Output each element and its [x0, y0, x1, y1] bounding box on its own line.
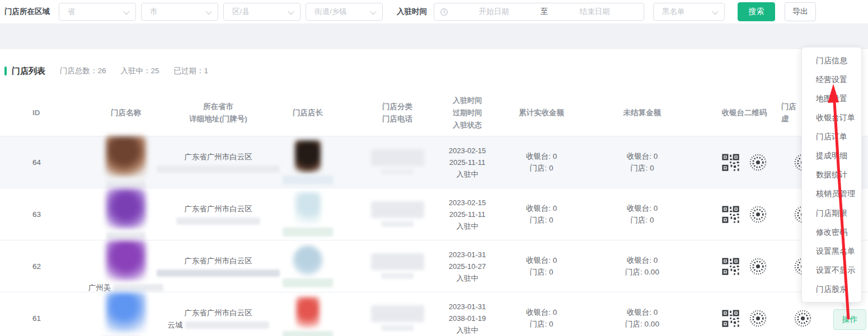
col-id: ID	[0, 107, 73, 119]
blurred-category	[371, 149, 424, 166]
col-dates-status: 入驻时间过期时间入驻状态	[437, 94, 498, 131]
blurred-leader-name	[283, 176, 333, 184]
address-fragment: 云城	[168, 319, 183, 331]
city-select[interactable]: 市	[141, 3, 218, 21]
menu-item-business-settings[interactable]: 经营设置	[802, 74, 861, 85]
enroll-time-label: 入驻时间	[397, 7, 427, 17]
qrcode-icon[interactable]	[721, 257, 740, 276]
menu-item-map-settings[interactable]: 地图设置	[802, 93, 861, 104]
leader-avatar-blurred	[293, 245, 323, 276]
stat-expired-stores: 已过期：1	[174, 66, 209, 76]
menu-item-store-shareholders[interactable]: 门店股东	[802, 283, 861, 295]
menu-item-verifier-management[interactable]: 核销员管理	[802, 188, 861, 199]
menu-item-set-hidden[interactable]: 设置不显示	[802, 264, 861, 276]
blurred-address-line	[157, 269, 280, 277]
blacklist-select[interactable]: 黑名单	[653, 3, 725, 21]
store-id: 61	[0, 313, 73, 324]
col-category-phone: 门店分类门店电话	[358, 101, 437, 125]
filter-bar: 门店所在区域 省 市 区/县 街道/乡镇 入驻时间 开始日期 至 结束日期	[0, 0, 868, 23]
menu-item-set-blacklist[interactable]: 设置黑名单	[802, 245, 861, 257]
round-code-icon[interactable]	[749, 153, 767, 172]
end-date-placeholder: 结束日期	[550, 7, 639, 17]
menu-item-store-orders[interactable]: 门店订单	[802, 131, 861, 142]
round-code-icon[interactable]	[749, 309, 767, 328]
round-code-icon[interactable]	[749, 257, 767, 276]
chevron-down-icon	[288, 8, 294, 15]
leader-avatar-blurred	[295, 192, 321, 225]
district-select[interactable]: 区/县	[223, 3, 301, 21]
store-list-panel: 门店列表 门店总数：26 入驻中：25 已过期：1 ID 门店名称 所在省市详细…	[0, 49, 868, 336]
clock-icon	[440, 8, 448, 16]
unsettled-amount-cell: 收银台: 0门店: 0	[585, 202, 700, 226]
province-select[interactable]: 省	[59, 3, 136, 21]
menu-item-data-statistics[interactable]: 数据统计	[802, 169, 861, 180]
qrcode-icon[interactable]	[721, 205, 740, 224]
list-header: 门店列表 门店总数：26 入驻中：25 已过期：1	[0, 66, 868, 76]
leader-avatar-blurred	[295, 140, 321, 173]
chevron-down-icon	[712, 8, 718, 15]
unsettled-amount-cell: 收银台: 0门店: 0.00	[585, 306, 700, 330]
title-accent-bar	[4, 67, 7, 75]
stat-total-stores: 门店总数：26	[60, 66, 106, 76]
address-cell: 广东省广州市白云区	[179, 203, 257, 226]
menu-item-commission-details[interactable]: 提成明细	[802, 150, 861, 161]
search-button[interactable]: 搜索	[738, 2, 775, 21]
blurred-category	[371, 201, 424, 218]
chevron-down-icon	[123, 8, 129, 15]
store-id: 64	[0, 157, 73, 168]
store-name-fragment: 广州美	[88, 282, 111, 294]
leader-cell	[257, 297, 358, 336]
street-select[interactable]: 街道/乡镇	[306, 3, 383, 21]
col-cashier-qrcode: 收银台二维码	[700, 107, 789, 119]
store-name-cell: 广州美	[73, 240, 179, 292]
blurred-phone	[381, 325, 414, 331]
dates-status-cell: 2023-02-152025-11-11入驻中	[437, 145, 498, 180]
region-filter-label: 门店所在区域	[4, 7, 59, 17]
category-phone-cell	[358, 305, 437, 331]
menu-item-change-password[interactable]: 修改密码	[802, 226, 861, 238]
dates-status-cell: 2023-02-152025-11-11入驻中	[437, 197, 498, 232]
address-cell: 广东省广州市白云区	[179, 151, 257, 174]
leader-cell	[257, 245, 358, 287]
blurred-address-line	[185, 321, 269, 329]
blurred-store-name	[113, 284, 163, 291]
received-amount-cell: 收银台: 0门店: 0	[498, 254, 585, 278]
col-store-name: 门店名称	[73, 107, 179, 119]
address-cell: 广东省广州市白云区 云城	[179, 307, 257, 330]
stat-active-stores: 入驻中：25	[121, 66, 159, 76]
blurred-category	[371, 253, 424, 270]
dates-status-cell: 2023-01-312025-10-27入驻中	[437, 249, 498, 284]
table-row: 61 成 广东省广州市白云区 云城	[0, 292, 868, 336]
menu-item-cashier-orders[interactable]: 收银台订单	[802, 112, 861, 123]
menu-item-store-info[interactable]: 门店信息	[802, 55, 861, 66]
store-name-cell	[73, 188, 179, 240]
blurred-leader-name	[283, 331, 333, 336]
date-range-separator: 至	[538, 7, 551, 17]
store-logo-blurred	[106, 292, 146, 333]
col-unsettled-amount: 未结算金额	[585, 107, 700, 119]
date-range-input[interactable]: 开始日期 至 结束日期	[434, 3, 644, 21]
list-title: 门店列表	[12, 66, 45, 77]
blurred-leader-name	[283, 278, 333, 287]
qrcode-icon[interactable]	[721, 153, 740, 172]
start-date-placeholder: 开始日期	[449, 7, 538, 17]
col-address: 所在省市详细地址(门牌号)	[179, 101, 257, 125]
round-code-icon[interactable]	[749, 205, 767, 224]
menu-item-store-term[interactable]: 门店期限	[802, 207, 861, 219]
received-amount-cell: 收银台: 0门店: 0	[498, 306, 585, 330]
cashier-qrcode-cell	[700, 153, 789, 172]
qrcode-icon[interactable]	[721, 309, 740, 328]
action-button[interactable]: 操作	[833, 309, 866, 330]
export-button[interactable]: 导出	[785, 2, 816, 21]
chevron-down-icon	[370, 8, 376, 15]
store-round-code-icon[interactable]	[794, 309, 812, 328]
cashier-qrcode-cell	[700, 257, 789, 276]
blurred-phone	[381, 221, 414, 227]
store-logo-blurred	[106, 188, 146, 229]
store-logo-blurred	[106, 240, 146, 281]
store-name-fragment: 成	[143, 334, 151, 336]
table-row: 62 广州美 广东省广州市白云区	[0, 240, 868, 292]
blurred-phone	[381, 273, 414, 279]
blurred-address-line	[157, 165, 280, 173]
blurred-store-name	[106, 180, 146, 187]
